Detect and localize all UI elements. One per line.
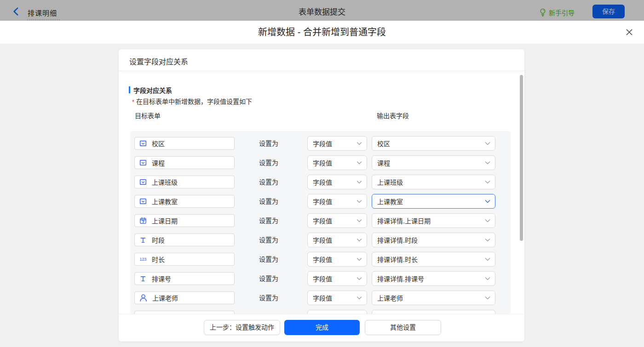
svg-text:123: 123: [140, 257, 147, 262]
